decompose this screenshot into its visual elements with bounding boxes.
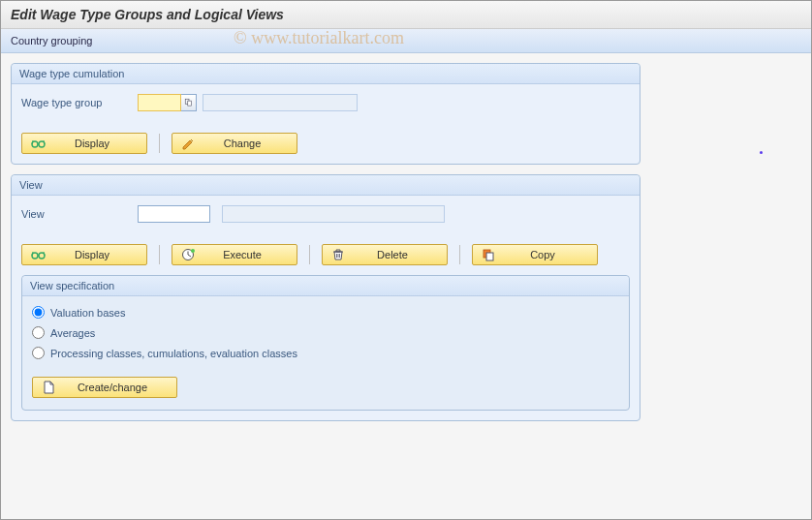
radio-processing-classes[interactable]	[32, 347, 45, 359]
radio-averages-row[interactable]: Averages	[22, 322, 629, 343]
view-copy-button[interactable]: Copy	[472, 244, 598, 265]
view-input[interactable]	[138, 205, 210, 223]
wage-change-button[interactable]: Change	[172, 133, 297, 154]
radio-valuation-bases[interactable]	[32, 306, 45, 319]
trash-icon	[330, 247, 346, 262]
glasses-icon	[30, 247, 46, 262]
panel-wage-type-cumulation: Wage type cumulation Wage type group	[11, 63, 640, 165]
glasses-icon	[30, 136, 46, 151]
radio-valuation-bases-row[interactable]: Valuation bases	[22, 302, 629, 322]
view-label: View	[21, 208, 138, 220]
view-display-button[interactable]: Display	[21, 244, 147, 265]
svg-rect-1	[187, 101, 191, 106]
wage-type-group-input[interactable]	[138, 94, 181, 111]
view-execute-label: Execute	[196, 249, 289, 260]
search-help-icon	[184, 98, 194, 107]
panel-view-title: View	[12, 175, 640, 196]
wage-button-row: Display Change	[12, 129, 640, 154]
radio-valuation-bases-label: Valuation bases	[50, 307, 125, 319]
view-display-label: Display	[46, 249, 139, 260]
svg-rect-9	[486, 253, 493, 260]
wage-type-group-row: Wage type group	[21, 94, 630, 111]
app-window: Edit Wage Type Groups and Logical Views …	[0, 0, 812, 520]
pencil-icon	[180, 136, 196, 151]
view-spec-button-row: Create/change	[22, 373, 629, 398]
new-document-icon	[41, 380, 56, 395]
button-divider	[159, 134, 160, 153]
page-title: Edit Wage Type Groups and Logical Views	[1, 1, 811, 29]
radio-averages-label: Averages	[50, 327, 95, 339]
wage-type-group-desc	[203, 94, 358, 111]
radio-averages[interactable]	[32, 326, 45, 339]
create-change-label: Create/change	[56, 382, 169, 393]
panel-wage-title: Wage type cumulation	[12, 64, 640, 84]
button-divider	[309, 245, 310, 264]
copy-icon	[481, 247, 496, 262]
view-delete-button[interactable]: Delete	[322, 244, 448, 265]
wage-change-label: Change	[196, 138, 289, 149]
caret-dot	[760, 151, 763, 154]
execute-clock-icon	[180, 247, 196, 262]
content-area: Wage type cumulation Wage type group	[1, 53, 811, 441]
view-row: View	[21, 205, 630, 223]
panel-view-body: View	[12, 196, 640, 240]
view-delete-label: Delete	[346, 249, 439, 260]
view-desc	[222, 205, 445, 223]
wage-display-button[interactable]: Display	[21, 133, 147, 154]
panel-wage-body: Wage type group	[12, 84, 640, 129]
radio-processing-classes-row[interactable]: Processing classes, cumulations, evaluat…	[22, 343, 629, 363]
country-grouping-label: Country grouping	[11, 35, 92, 46]
wage-type-group-label: Wage type group	[21, 97, 138, 108]
svg-point-7	[191, 249, 195, 253]
button-divider	[459, 245, 460, 264]
wage-type-group-f4-button[interactable]	[181, 94, 197, 111]
radio-processing-classes-label: Processing classes, cumulations, evaluat…	[50, 348, 297, 359]
app-toolbar: Country grouping	[1, 29, 811, 53]
view-execute-button[interactable]: Execute	[172, 244, 297, 265]
wage-display-label: Display	[46, 138, 139, 149]
button-divider	[159, 245, 160, 264]
panel-view: View View Display	[11, 174, 640, 421]
panel-view-specification: View specification Valuation bases Avera…	[21, 275, 630, 411]
view-copy-label: Copy	[496, 249, 589, 260]
create-change-button[interactable]: Create/change	[32, 377, 177, 398]
view-button-row: Display Execute Delete	[12, 240, 640, 265]
view-spec-title: View specification	[22, 276, 629, 296]
